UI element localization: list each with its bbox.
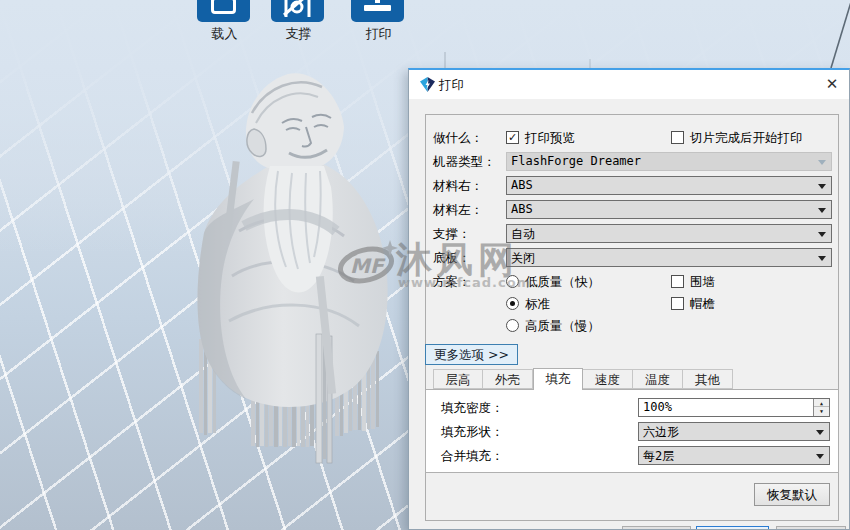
- model-statue[interactable]: [194, 71, 400, 479]
- print-after-slice-checkbox[interactable]: [671, 131, 684, 144]
- material-left-label: 材料左：: [433, 202, 483, 219]
- tab-temperature[interactable]: 温度: [633, 369, 683, 389]
- support-label: 支撑：: [433, 226, 471, 243]
- bottom-button-1[interactable]: [622, 526, 691, 530]
- infill-combine-label: 合并填充：: [441, 448, 504, 465]
- print-preview-checkbox[interactable]: ✓: [506, 131, 519, 144]
- material-right-label: 材料右：: [433, 178, 483, 195]
- raft-label: 底板：: [433, 250, 471, 267]
- chevron-down-icon: [818, 232, 826, 237]
- chevron-down-icon: [818, 184, 826, 189]
- brim-checkbox[interactable]: [671, 297, 684, 310]
- chevron-down-icon: [816, 430, 824, 435]
- toolbar-label-load: 载入: [197, 25, 252, 43]
- restore-defaults-button[interactable]: 恢复默认: [754, 483, 830, 506]
- print-after-slice-label: 切片完成后开始打印: [690, 130, 803, 147]
- print-icon: [375, 0, 380, 3]
- more-options-button[interactable]: 更多选项 >>: [425, 344, 518, 365]
- wall-checkbox[interactable]: [671, 275, 684, 288]
- toolbar-label-print: 打印: [351, 25, 406, 43]
- scheme-high-radio[interactable]: [506, 319, 519, 332]
- brim-label: 帽檐: [690, 296, 715, 313]
- raft-select[interactable]: 关闭: [506, 248, 832, 267]
- chevron-down-icon: [816, 454, 824, 459]
- close-icon[interactable]: ✕: [823, 75, 841, 93]
- machine-type-label: 机器类型：: [433, 154, 496, 171]
- support-select[interactable]: 自动: [506, 224, 832, 243]
- tab-layer-height[interactable]: 层高: [433, 369, 483, 389]
- tab-speed[interactable]: 速度: [583, 369, 633, 389]
- infill-density-label: 填充密度：: [441, 400, 504, 417]
- support-icon: [271, 0, 324, 22]
- dialog-title: 打印: [439, 77, 464, 94]
- scheme-low-radio[interactable]: [506, 275, 519, 288]
- print-preview-label: 打印预览: [525, 130, 575, 147]
- infill-shape-select[interactable]: 六边形: [638, 422, 830, 441]
- machine-type-select[interactable]: FlashForge Dreamer: [506, 152, 832, 171]
- tab-shell[interactable]: 外壳: [483, 369, 533, 389]
- chevron-down-icon: [818, 160, 826, 165]
- print-dialog: 打印 ✕ 做什么： ✓ 打印预览 切片完成后开始打印 机器类型： FlashFo…: [408, 68, 850, 530]
- dialog-titlebar[interactable]: 打印 ✕: [409, 70, 849, 99]
- chevron-down-icon: [818, 256, 826, 261]
- spinner-arrows-icon[interactable]: ▲▼: [813, 399, 829, 416]
- scheme-standard-label: 标准: [525, 296, 550, 313]
- settings-tabbar: 层高 外壳 填充 速度 温度 其他: [433, 368, 733, 389]
- flashforge-logo-icon: [420, 77, 435, 92]
- infill-density-spinner[interactable]: 100% ▲▼: [638, 398, 830, 417]
- scheme-high-label: 高质量（慢）: [525, 318, 600, 335]
- bottom-button-2[interactable]: [696, 526, 769, 530]
- tab-infill[interactable]: 填充: [533, 368, 583, 390]
- toolbar-label-support: 支撑: [271, 25, 326, 43]
- tab-others[interactable]: 其他: [683, 369, 733, 389]
- scheme-standard-radio[interactable]: [506, 297, 519, 310]
- infill-shape-label: 填充形状：: [441, 424, 504, 441]
- bottom-button-3[interactable]: [776, 526, 846, 530]
- material-left-select[interactable]: ABS: [506, 200, 832, 219]
- infill-combine-select[interactable]: 每2层: [638, 446, 830, 465]
- material-right-select[interactable]: ABS: [506, 176, 832, 195]
- what-label: 做什么：: [433, 130, 483, 147]
- load-icon: [211, 0, 236, 14]
- chevron-down-icon: [818, 208, 826, 213]
- scheme-label: 方案：: [433, 274, 471, 291]
- scheme-low-label: 低质量（快）: [525, 274, 600, 291]
- app-window: 载入 支撑 打印: [0, 0, 850, 530]
- wall-label: 围墙: [690, 274, 715, 291]
